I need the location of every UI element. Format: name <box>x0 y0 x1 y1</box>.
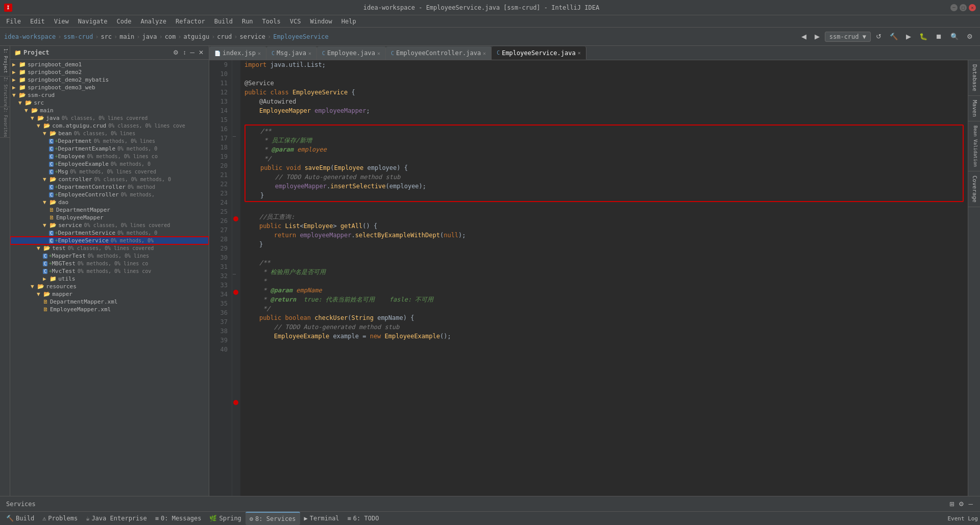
tree-item-mapper-folder[interactable]: ▼ 📂 mapper <box>10 290 209 298</box>
tree-item-empmapper[interactable]: 🗎 EmployeeMapper <box>10 214 209 221</box>
panel-btn-sort[interactable]: ↕ <box>182 48 187 57</box>
code-editor[interactable]: import java.util.List; @Service public c… <box>240 60 968 496</box>
bottom-tab-services[interactable]: ⚙ 8: Services <box>246 512 300 525</box>
menu-help[interactable]: Help <box>337 17 360 26</box>
menu-tools[interactable]: Tools <box>258 17 285 26</box>
tree-item-deptmapper[interactable]: 🗎 DepartmentMapper <box>10 206 209 214</box>
tree-item-departmentexample[interactable]: C + DepartmentExample 0% methods, 0 <box>10 145 209 153</box>
bottom-tab-messages[interactable]: ≡ 0: Messages <box>151 512 206 525</box>
tree-item-empmapper-xml[interactable]: 🗎 EmployeeMapper.xml <box>10 306 209 313</box>
toolbar-forward[interactable]: ▶ <box>812 31 823 42</box>
tab-close-msg[interactable]: ✕ <box>308 51 311 56</box>
tree-item-mvctest[interactable]: C + MvcTest 0% methods, 0% lines cov <box>10 267 209 275</box>
activity-structure[interactable]: Z: Structure <box>0 77 10 107</box>
menu-navigate[interactable]: Navigate <box>74 17 112 26</box>
panel-btn-gear[interactable]: ⚙ <box>172 48 180 57</box>
toolbar-search[interactable]: 🔍 <box>947 31 962 42</box>
panel-btn-collapse[interactable]: ─ <box>189 48 195 57</box>
tree-item-ssmcrud[interactable]: ▼ 📂 ssm-crud <box>10 91 209 99</box>
breadcrumb-atguigu[interactable]: atguigu <box>184 33 210 40</box>
breadcrumb-file[interactable]: EmployeeService <box>273 33 328 40</box>
tab-employee-java[interactable]: C Employee.java ✕ <box>317 46 386 60</box>
tab-close-employee[interactable]: ✕ <box>377 51 380 56</box>
services-collapse-btn[interactable]: ─ <box>967 499 974 509</box>
tab-close-index[interactable]: ✕ <box>258 51 261 56</box>
toolbar-debug[interactable]: 🐛 <box>916 31 930 42</box>
breakpoint-38[interactable] <box>233 400 238 405</box>
tree-item-mbgtest[interactable]: C + MBGTest 0% methods, 0% lines co <box>10 260 209 267</box>
menu-window[interactable]: Window <box>306 17 336 26</box>
menu-code[interactable]: Code <box>113 17 136 26</box>
toolbar-settings[interactable]: ⚙ <box>964 31 976 42</box>
services-expand-btn[interactable]: ⊞ <box>948 499 955 509</box>
tree-item-test[interactable]: ▼ 📂 test 0% classes, 0% lines covered <box>10 244 209 252</box>
tree-item-empcontroller[interactable]: C + EmployeeController 0% methods, <box>10 191 209 198</box>
tree-item-deptservice[interactable]: C + DepartmentService 0% methods, 0 <box>10 229 209 237</box>
right-tab-database[interactable]: Database <box>968 60 980 96</box>
tree-item-service[interactable]: ▼ 📂 service 0% classes, 0% lines covered <box>10 221 209 229</box>
tree-item-deptcontroller[interactable]: C + DepartmentController 0% method <box>10 183 209 191</box>
activity-project[interactable]: 1: Project <box>0 46 10 77</box>
menu-view[interactable]: View <box>50 17 73 26</box>
tree-item-springboot2mybatis[interactable]: ▶ 📁 springboot_demo2_mybatis <box>10 76 209 84</box>
tree-item-controller[interactable]: ▼ 📂 controller 0% classes, 0% methods, 0 <box>10 176 209 183</box>
menu-refactor[interactable]: Refactor <box>172 17 209 26</box>
bottom-tab-terminal[interactable]: ▶ Terminal <box>300 512 344 525</box>
toolbar-build[interactable]: 🔨 <box>887 31 901 42</box>
menu-vcs[interactable]: VCS <box>286 17 305 26</box>
tab-close-empservice[interactable]: ✕ <box>578 50 581 56</box>
breakpoint-20[interactable] <box>233 216 238 221</box>
tree-item-com-atguigu[interactable]: ▼ 📂 com.atguigu.crud 0% classes, 0% line… <box>10 122 209 130</box>
breadcrumb-service[interactable]: service <box>240 33 266 40</box>
fold-icon-17[interactable]: ─ <box>233 134 236 139</box>
close-btn[interactable]: ✕ <box>969 4 976 11</box>
tree-item-springboot2[interactable]: ▶ 📁 springboot_demo2 <box>10 68 209 76</box>
tree-item-dao[interactable]: ▼ 📂 dao <box>10 198 209 206</box>
tree-item-main[interactable]: ▼ 📂 main <box>10 107 209 114</box>
event-log-label[interactable]: Event Log <box>947 515 978 522</box>
breadcrumb-src[interactable]: src <box>101 33 112 40</box>
tree-item-src[interactable]: ▼ 📂 src <box>10 99 209 107</box>
menu-analyze[interactable]: Analyze <box>136 17 170 26</box>
toolbar-run[interactable]: ▶ <box>903 31 914 42</box>
tab-index-jsp[interactable]: 📄 index.jsp ✕ <box>209 46 266 60</box>
activity-favorites[interactable]: 2: Favorites <box>0 107 10 138</box>
tab-employeecontroller-java[interactable]: C EmployeeController.java ✕ <box>386 46 492 60</box>
breadcrumb-workspace[interactable]: idea-workspace <box>4 33 56 40</box>
tree-item-mappertest[interactable]: C + MapperTest 0% methods, 0% lines <box>10 252 209 260</box>
bottom-tab-build[interactable]: 🔨 Build <box>2 512 38 525</box>
tree-item-bean[interactable]: ▼ 📂 bean 0% classes, 0% lines <box>10 130 209 137</box>
panel-btn-close[interactable]: ✕ <box>198 48 205 57</box>
right-tab-maven[interactable]: Maven <box>968 96 980 121</box>
fold-icon-32[interactable]: ─ <box>233 271 236 277</box>
tab-close-empcontroller[interactable]: ✕ <box>483 51 486 56</box>
bottom-tab-java-enterprise[interactable]: ☕ Java Enterprise <box>82 512 151 525</box>
bottom-tab-todo[interactable]: ≡ 6: TODO <box>344 512 383 525</box>
tree-item-resources[interactable]: ▼ 📂 resources <box>10 283 209 290</box>
tree-item-springboot3web[interactable]: ▶ 📁 springboot_demo3_web <box>10 84 209 91</box>
project-selector[interactable]: ssm-crud ▼ <box>825 32 871 42</box>
tree-item-employeeexample[interactable]: C + EmployeeExample 0% methods, 0 <box>10 160 209 168</box>
tree-item-springboot1[interactable]: ▶ 📁 springboot_demo1 <box>10 61 209 68</box>
bottom-tab-problems[interactable]: ⚠ Problems <box>38 512 82 525</box>
breadcrumb-main[interactable]: main <box>119 33 134 40</box>
menu-build[interactable]: Build <box>210 17 237 26</box>
tab-msg-java[interactable]: C Msg.java ✕ <box>266 46 317 60</box>
minimize-btn[interactable]: ─ <box>950 4 958 11</box>
menu-file[interactable]: File <box>2 17 25 26</box>
breadcrumb-module[interactable]: ssm-crud <box>63 33 93 40</box>
tree-item-java[interactable]: ▼ 📂 java 0% classes, 0% lines covered <box>10 114 209 122</box>
tree-item-utils[interactable]: ▶ 📁 utils <box>10 275 209 283</box>
tree-item-empservice[interactable]: C + EmployeeService 0% methods, 0% <box>10 237 209 244</box>
menu-run[interactable]: Run <box>238 17 257 26</box>
breakpoint-28[interactable] <box>233 290 238 295</box>
menu-edit[interactable]: Edit <box>26 17 49 26</box>
toolbar-stop[interactable]: ⏹ <box>933 31 945 42</box>
bottom-tab-spring[interactable]: 🌿 Spring <box>205 512 245 525</box>
right-tab-coverage[interactable]: Coverage <box>968 171 980 207</box>
toolbar-sync[interactable]: ↺ <box>873 31 885 42</box>
breadcrumb-com[interactable]: com <box>165 33 176 40</box>
right-tab-beanvalidation[interactable]: Bean Validation <box>968 121 980 171</box>
tab-employeeservice-java[interactable]: C EmployeeService.java ✕ <box>492 46 586 60</box>
breadcrumb-java[interactable]: java <box>142 33 157 40</box>
